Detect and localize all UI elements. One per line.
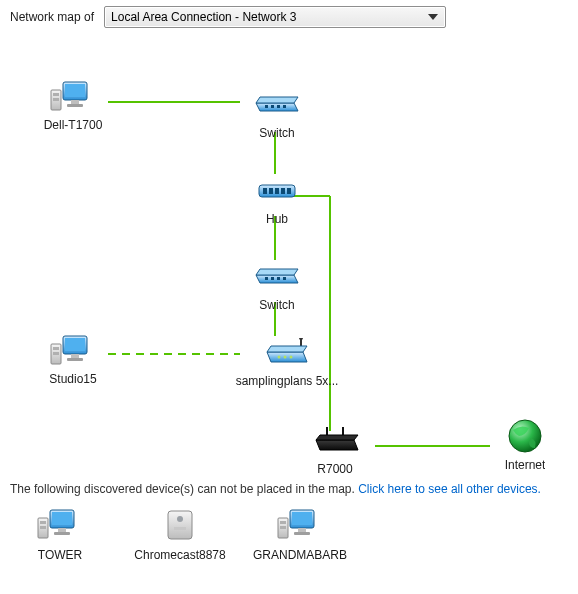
unplaced-label: Chromecast8878 (134, 548, 225, 562)
node-label: Hub (266, 212, 288, 226)
computer-icon (49, 332, 97, 370)
switch-icon (253, 86, 301, 124)
globe-icon (501, 418, 549, 456)
unplaced-chromecast[interactable]: Chromecast8878 (140, 506, 220, 562)
node-switch-2[interactable]: Switch (232, 258, 322, 312)
footer-message: The following discovered device(s) can n… (10, 482, 355, 496)
chevron-down-icon (425, 9, 441, 25)
header-label: Network map of (10, 10, 94, 24)
hub-icon (253, 172, 301, 210)
unplaced-label: GRANDMABARB (253, 548, 347, 562)
switch-icon (253, 258, 301, 296)
node-label: R7000 (317, 462, 352, 476)
node-label: Studio15 (49, 372, 96, 386)
node-studio15[interactable]: Studio15 (28, 332, 118, 386)
device-icon (156, 506, 204, 544)
node-switch-1[interactable]: Switch (232, 86, 322, 140)
node-label: Switch (259, 126, 294, 140)
unplaced-devices-row: TOWER Chromecast8878 GRANDMABARB (10, 506, 568, 562)
computer-icon (276, 506, 324, 544)
node-r7000[interactable]: R7000 (290, 422, 380, 476)
node-label: Dell-T1700 (44, 118, 103, 132)
node-hub[interactable]: Hub (232, 172, 322, 226)
node-samplingplans[interactable]: samplingplans 5x... (232, 334, 342, 388)
unplaced-label: TOWER (38, 548, 82, 562)
header: Network map of Local Area Connection - N… (10, 6, 568, 28)
node-label: Switch (259, 298, 294, 312)
unplaced-tower[interactable]: TOWER (20, 506, 100, 562)
node-internet[interactable]: Internet (480, 418, 570, 472)
node-label: Internet (505, 458, 546, 472)
unplaced-grandmabarb[interactable]: GRANDMABARB (260, 506, 340, 562)
wireless-ap-icon (263, 334, 311, 372)
network-select-value: Local Area Connection - Network 3 (111, 10, 425, 24)
node-dell[interactable]: Dell-T1700 (28, 78, 118, 132)
network-select[interactable]: Local Area Connection - Network 3 (104, 6, 446, 28)
see-all-devices-link[interactable]: Click here to see all other devices. (358, 482, 541, 496)
node-label: samplingplans 5x... (236, 374, 339, 388)
router-icon (311, 422, 359, 460)
computer-icon (36, 506, 84, 544)
network-map: Dell-T1700 Switch Hub Switch Studio15 sa… (10, 46, 568, 476)
computer-icon (49, 78, 97, 116)
unplaced-devices-text: The following discovered device(s) can n… (10, 482, 568, 496)
